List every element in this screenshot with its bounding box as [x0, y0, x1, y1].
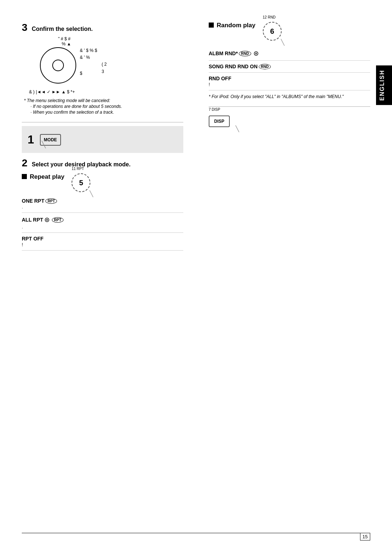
rnd-off-label: RND OFF — [209, 76, 231, 81]
one-rpt-badge: RPT — [45, 198, 57, 204]
dial-bottom-label: $ — [80, 71, 82, 76]
albm-rnd-badge: RND — [239, 51, 251, 56]
step3-footnotes: * The menu selecting mode will be cancel… — [22, 98, 183, 115]
left-column: 3 Confirm the selection. " # $ # % ▲ — [22, 22, 191, 533]
bottom-line — [22, 533, 370, 533]
step1-number: 1 — [28, 134, 34, 145]
footnote-1: * The menu selecting mode will be cancel… — [22, 98, 183, 103]
disp-btn-container: 7 DISP DISP ╲ — [209, 113, 238, 131]
one-rpt-row: ONE RPT RPT — [22, 198, 183, 204]
disp-section: 7 DISP DISP ╲ — [209, 113, 370, 131]
dial-bottom-row: & ) |◄◄ ✓ ►► ▲ $ *+ — [29, 89, 75, 94]
repeat-option-all: ALL RPT ⊛ RPT . — [22, 213, 183, 233]
repeat-btn-badge: 5 — [72, 173, 90, 192]
right-column: Random play 12 RND 6 ╲ — [205, 22, 370, 533]
dial-top-label: " # $ # % ▲ — [58, 36, 71, 46]
albm-disc-icon: ⊛ — [253, 49, 259, 57]
one-rpt-label: ONE RPT — [22, 198, 44, 204]
repeat-black-square — [22, 174, 27, 179]
song-rnd-badge: RND — [259, 64, 271, 69]
disp-btn-tail: ╲ — [236, 125, 239, 132]
divider-1 — [22, 122, 183, 122]
dial-illustration: " # $ # % ▲ & ' $ % $ & ' % ( 2 3 — [29, 36, 109, 94]
all-rpt-label: ALL RPT — [22, 217, 43, 223]
repeat-btn-tail: ╲ — [90, 190, 93, 197]
step3-title: Confirm the selection. — [32, 26, 93, 32]
page-number: 15 — [360, 533, 370, 540]
random-play-section: Random play 12 RND 6 ╲ — [209, 22, 370, 99]
footnote-2: · If no operations are done for about 5 … — [22, 104, 183, 109]
right-divider — [209, 106, 370, 107]
random-btn-tail: ╲ — [281, 39, 285, 46]
disp-btn: DISP — [209, 116, 230, 127]
song-rnd-row: SONG RND RND ON RND — [209, 64, 370, 69]
mode-press-indicator: ╲ — [42, 141, 46, 149]
step2-section: 2 Select your desired playback mode. Rep… — [22, 157, 183, 251]
repeat-btn-container: 11 RPT 5 ╲ — [72, 173, 90, 192]
rpt-off-exclaim: ! — [22, 242, 183, 247]
english-tab: ENGLISH — [376, 65, 392, 105]
random-option-albm: ALBM RND* RND ⊛ — [209, 46, 370, 61]
step2-number: 2 — [22, 157, 28, 169]
page-container: ENGLISH 15 3 Confirm the selection. " # … — [0, 0, 392, 555]
random-play-footnote: * For iPod: Only if you select "ALL" in … — [209, 94, 370, 99]
albm-rnd-row: ALBM RND* RND ⊛ — [209, 49, 370, 57]
random-btn-badge: 6 — [263, 22, 282, 41]
main-layout: 3 Confirm the selection. " # $ # % ▲ — [22, 22, 370, 533]
dial-outer-circle — [40, 47, 76, 84]
all-rpt-desc: . — [22, 224, 183, 230]
mode-button-illustration: MODE ╲ — [40, 130, 69, 149]
all-rpt-disc-icon: ⊛ — [44, 216, 50, 224]
english-label: ENGLISH — [379, 70, 385, 101]
step3-section: 3 Confirm the selection. " # $ # % ▲ — [22, 22, 183, 115]
footnote-3: · When you confirm the selection of a tr… — [22, 110, 183, 115]
song-rnd-label: SONG RND RND ON — [209, 64, 258, 69]
all-rpt-row: ALL RPT ⊛ RPT — [22, 216, 183, 224]
one-rpt-desc: . — [22, 204, 183, 210]
albm-rnd-label: ALBM RND* — [209, 50, 238, 56]
random-black-square — [209, 23, 214, 28]
repeat-play-header: Repeat play 11 RPT 5 ╲ — [22, 173, 183, 192]
disp-btn-num-label: 7 DISP — [209, 108, 220, 112]
random-btn-num-label: 12 RND — [263, 15, 276, 19]
step1-section: 1 MODE ╲ — [22, 126, 183, 153]
page-number-value: 15 — [360, 533, 370, 540]
all-rpt-badge: RPT — [52, 217, 64, 223]
random-option-song: SONG RND RND ON RND — [209, 61, 370, 73]
random-btn-container: 12 RND 6 ╲ — [263, 22, 282, 41]
dial-inner-circle — [52, 60, 64, 71]
dial-right-labels: & ' $ % $ & ' % ( 2 3 — [80, 47, 109, 75]
repeat-option-off: RPT OFF ! — [22, 233, 183, 251]
random-play-header: Random play 12 RND 6 ╲ — [209, 22, 370, 41]
rpt-off-label: RPT OFF — [22, 236, 44, 242]
rnd-off-exclaim: ! — [209, 82, 370, 87]
random-option-off: RND OFF ! — [209, 73, 370, 90]
random-play-title: Random play — [217, 22, 256, 29]
repeat-btn-num-label: 11 RPT — [72, 167, 84, 171]
step3-number: 3 — [22, 22, 28, 33]
repeat-play-title: Repeat play — [30, 173, 64, 181]
repeat-option-one: ONE RPT RPT . — [22, 195, 183, 213]
